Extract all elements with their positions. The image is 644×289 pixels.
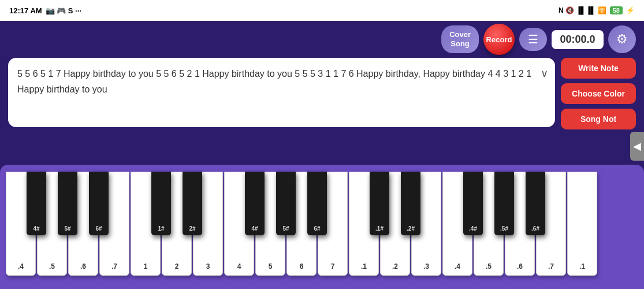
black-key-dot4s2[interactable]: .4#	[463, 172, 483, 235]
main-app: ◀ Cover Song Record ☰ 00:00.0 ⚙ 5 5 6 5 …	[0, 21, 644, 289]
status-icons: 📷 🎮 S ···	[46, 6, 81, 15]
battery-icon: 58	[610, 6, 623, 14]
settings-button[interactable]: ⚙	[608, 25, 636, 53]
black-key-dot5s[interactable]: 5#	[58, 172, 77, 235]
list-icon: ☰	[528, 32, 538, 46]
timer-display: 00:00.0	[552, 30, 604, 49]
black-key-dot6s[interactable]: 6#	[89, 172, 109, 235]
black-key-dot4s[interactable]: 4#	[27, 172, 46, 235]
cover-song-button[interactable]: Cover Song	[441, 25, 479, 53]
black-key-2s[interactable]: 2#	[183, 172, 202, 235]
lyrics-area: 5 5 6 5 1 7 Happy birthday to you 5 5 6 …	[8, 58, 555, 127]
status-right: N 🔇 ▐▌▐▌ 🛜 58 ⚡	[559, 6, 635, 14]
record-button[interactable]: Record	[483, 24, 515, 55]
song-not-button[interactable]: Song Not	[561, 109, 636, 129]
status-bar: 12:17 AM 📷 🎮 S ··· N 🔇 ▐▌▐▌ 🛜 58 ⚡	[0, 0, 644, 21]
content-row: 5 5 6 5 1 7 Happy birthday to you 5 5 6 …	[0, 58, 644, 165]
white-key-dot1-3[interactable]: .1	[567, 172, 597, 276]
list-button[interactable]: ☰	[519, 28, 547, 51]
status-time: 12:17 AM	[9, 6, 42, 15]
action-buttons: Write Note Choose Color Song Not	[561, 58, 636, 129]
write-note-button[interactable]: Write Note	[561, 58, 636, 79]
keys-wrapper: .4 .5 .6 .7 1 2 3 4 5 6 7 .1 .2 .3 .4 .5	[6, 172, 598, 281]
black-key-dot2s[interactable]: .2#	[401, 172, 420, 235]
gear-icon: ⚙	[616, 32, 628, 47]
black-key-dot6s2[interactable]: .6#	[526, 172, 545, 235]
signal-icons: N 🔇 ▐▌▐▌ 🛜	[559, 6, 606, 14]
lyrics-dropdown-icon[interactable]: ∨	[541, 65, 548, 83]
choose-color-button[interactable]: Choose Color	[561, 83, 636, 104]
lyrics-text: 5 5 6 5 1 7 Happy birthday to you 5 5 6 …	[17, 69, 531, 94]
black-key-4s[interactable]: 4#	[245, 172, 265, 235]
piano-container: .4 .5 .6 .7 1 2 3 4 5 6 7 .1 .2 .3 .4 .5	[0, 165, 644, 289]
status-left: 12:17 AM 📷 🎮 S ···	[9, 6, 81, 15]
black-key-5s[interactable]: 5#	[276, 172, 296, 235]
black-key-dot5s2[interactable]: .5#	[494, 172, 514, 235]
black-key-6s[interactable]: 6#	[307, 172, 327, 235]
black-key-1s[interactable]: 1#	[151, 172, 171, 235]
charging-icon: ⚡	[626, 6, 635, 14]
piano-keys: .4 .5 .6 .7 1 2 3 4 5 6 7 .1 .2 .3 .4 .5	[6, 172, 638, 281]
side-arrow-right-button[interactable]: ◀	[630, 132, 644, 161]
black-key-dot1s[interactable]: .1#	[370, 172, 389, 235]
top-bar: Cover Song Record ☰ 00:00.0 ⚙	[0, 21, 644, 58]
